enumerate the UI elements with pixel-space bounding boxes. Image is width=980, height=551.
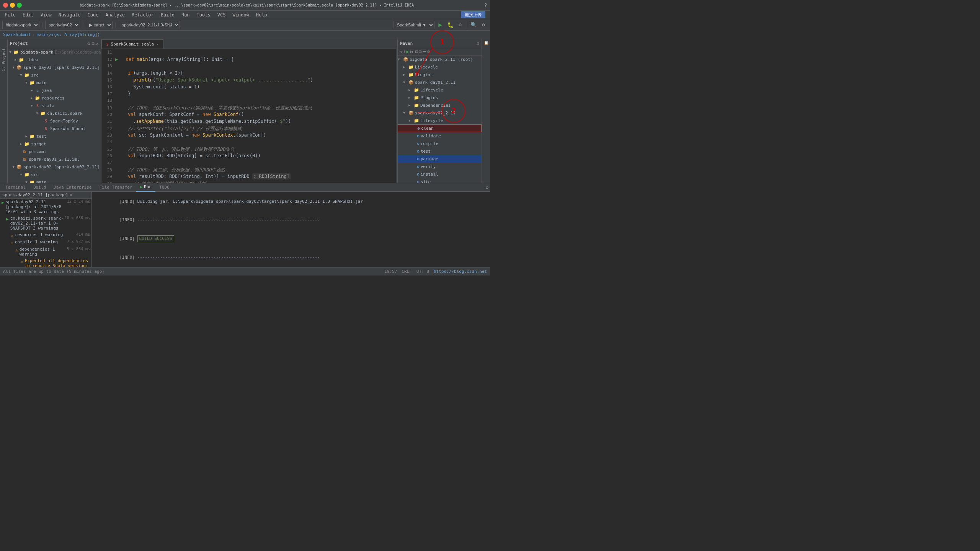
- maven-plugins-root[interactable]: ▶ 📁 Plugins: [398, 71, 482, 78]
- maven-day01-plugins[interactable]: ▶ 📁 Plugins: [398, 94, 482, 101]
- breadcrumb-method[interactable]: main(args: Array[String]): [36, 32, 100, 37]
- menu-window[interactable]: Window: [229, 11, 252, 18]
- project-icon[interactable]: 1: Project: [2, 48, 6, 71]
- minimize-button[interactable]: [10, 3, 15, 8]
- run-item-scala-warning[interactable]: ⚠ Expected all dependencies to require S…: [0, 258, 91, 267]
- debug-button[interactable]: 🐛: [446, 21, 454, 29]
- maven-day02-lifecycle[interactable]: ▼ 📁 Lifecycle: [398, 117, 482, 124]
- coverage-button[interactable]: ⚙: [456, 21, 464, 29]
- branch-dropdown[interactable]: spark-day02: [45, 21, 80, 29]
- tree-spark-day02[interactable]: ▼ 📦 spark-day02 [spark-day02_2.11]: [8, 163, 101, 171]
- menu-file[interactable]: File: [2, 11, 19, 18]
- maven-menu-icon[interactable]: ☰: [422, 49, 426, 54]
- status-line-ending[interactable]: CRLF: [402, 269, 412, 274]
- tab-close-icon[interactable]: ✕: [156, 42, 158, 46]
- menu-help[interactable]: Help: [253, 11, 270, 18]
- tree-day01-test[interactable]: ▶ 📁 test: [8, 132, 101, 140]
- maven-collapse-icon[interactable]: ⊟: [415, 49, 418, 54]
- run-item-jar[interactable]: ▶ cn.kaizi.spark:spark-day02_2.11-jar:1.…: [0, 215, 91, 231]
- menu-view[interactable]: View: [38, 11, 55, 18]
- tree-day01-scala[interactable]: ▼ S scala: [8, 102, 101, 109]
- tree-sparktopkey[interactable]: S SparkTopKey: [8, 117, 101, 125]
- tree-day02-src[interactable]: ▼ 📁 src: [8, 171, 101, 178]
- maven-goal-install[interactable]: ⚙ install: [398, 170, 482, 178]
- tab-file-transfer[interactable]: File Transfer: [95, 183, 136, 192]
- tree-day01-java[interactable]: ▶ ☕ java: [8, 86, 101, 94]
- run-item-resources[interactable]: ⚠ resources 1 warning 414 ms: [0, 231, 91, 239]
- run-item-root[interactable]: ▶ spark-day02_2.11 [package]: at 2021/5/…: [0, 199, 91, 215]
- run-item-compile[interactable]: ⚠ compile 1 warning 7 x 937 ms: [0, 239, 91, 246]
- maven-settings2-icon[interactable]: ⚙: [427, 49, 430, 54]
- breadcrumb-file[interactable]: SparkSubmit: [3, 32, 31, 37]
- tree-day01-package[interactable]: ▼ 📁 cn.kaizi.spark: [8, 109, 101, 117]
- maven-day01-deps[interactable]: ▶ 📁 Dependencies: [398, 101, 482, 109]
- maven-skip-icon[interactable]: ⏭: [410, 49, 415, 54]
- tree-root[interactable]: ▼ 📁 bigdata-spark E:\Spark\bigdata-spark: [8, 48, 101, 56]
- tree-day01-pom[interactable]: 🗎 pom.xml: [8, 148, 101, 155]
- maven-download-icon[interactable]: ⬇: [403, 49, 405, 54]
- menu-navigate[interactable]: Navigate: [56, 11, 84, 18]
- tree-day01-target[interactable]: ▶ 📁 target: [8, 140, 101, 148]
- tree-spark-day01[interactable]: ▼ 📦 spark-day01 [spark-day01_2.11]: [8, 64, 101, 71]
- menu-edit[interactable]: Edit: [20, 11, 37, 18]
- maven-run-icon[interactable]: ▶: [406, 49, 409, 54]
- status-charset[interactable]: UTF-8: [416, 269, 429, 274]
- maven-goal-compile[interactable]: ⚙ compile: [398, 140, 482, 147]
- tree-sparkwordcount[interactable]: S SparkWordCount: [8, 125, 101, 132]
- sidebar-close-icon[interactable]: ✕: [96, 41, 99, 46]
- bottom-settings-icon[interactable]: ⚙: [486, 185, 488, 190]
- maven-day01-lifecycle[interactable]: ▶ 📁 Lifecycle: [398, 86, 482, 94]
- maven-goal-clean[interactable]: ⚙ clean: [398, 124, 482, 132]
- sidebar-expand-icon[interactable]: ⊞: [92, 41, 95, 46]
- maven-day02[interactable]: ▼ 📦 spark-day02_2.11: [398, 109, 482, 117]
- run-button[interactable]: ▶: [436, 21, 444, 29]
- help-icon[interactable]: ?: [484, 3, 487, 8]
- tree-day01-iml[interactable]: 🗎 spark-day01_2.11.iml: [8, 155, 101, 163]
- maven-lifecycle-root[interactable]: ▶ 📁 Lifecycle: [398, 63, 482, 71]
- tree-day01-main[interactable]: ▼ 📁 main: [8, 79, 101, 86]
- translate-button[interactable]: 翻接上传: [461, 11, 485, 18]
- jar-dropdown[interactable]: spark-day02_2.11-1.0-SNAPSHOT.jar: [119, 21, 180, 29]
- maven-expand-icon[interactable]: ⊞: [419, 49, 421, 54]
- tab-java-enterprise[interactable]: Java Enterprise: [50, 183, 95, 192]
- target-dropdown[interactable]: ▶ target: [86, 21, 113, 29]
- menu-analyze[interactable]: Analyze: [102, 11, 128, 18]
- menu-build[interactable]: Build: [158, 11, 178, 18]
- run-close-icon[interactable]: ✕: [70, 192, 72, 197]
- run-item-deps[interactable]: ⚠ dependencies 1 warning 5 x 864 ms: [0, 246, 91, 258]
- maven-refresh-icon[interactable]: ↻: [399, 49, 402, 54]
- menu-code[interactable]: Code: [85, 11, 102, 18]
- tab-build[interactable]: Build: [29, 183, 50, 192]
- maven-goal-site[interactable]: ⚙ site: [398, 178, 482, 183]
- maven-goal-test[interactable]: ⚙ test: [398, 147, 482, 155]
- menu-vcs[interactable]: VCS: [214, 11, 229, 18]
- maven-goal-validate[interactable]: ⚙ validate: [398, 132, 482, 140]
- menu-tools[interactable]: Tools: [194, 11, 214, 18]
- tab-sparksubmit[interactable]: S SparkSubmit.scala ✕: [101, 39, 163, 49]
- close-button[interactable]: [3, 3, 8, 8]
- menu-run[interactable]: Run: [178, 11, 193, 18]
- status-link[interactable]: https://blog.csdn.net: [434, 269, 487, 274]
- code-editor[interactable]: 11 12 ▶ def main(args: Array[String]): U…: [101, 49, 397, 183]
- maven-root[interactable]: ▼ 📦 bigdata-spark_2.11 (root): [398, 55, 482, 63]
- sidebar-settings-icon[interactable]: ⚙: [87, 41, 90, 46]
- tab-run[interactable]: ▶ Run: [136, 183, 156, 192]
- maven-goal-package[interactable]: ⚙ package: [398, 155, 482, 163]
- maven-day01[interactable]: ▼ 📦 spark-day01_2.11: [398, 78, 482, 86]
- tree-day01-src[interactable]: ▼ 📁 src: [8, 71, 101, 79]
- tree-day01-resources[interactable]: ▶ 📁 resources: [8, 94, 101, 102]
- tab-terminal[interactable]: Terminal: [2, 183, 29, 192]
- tree-idea[interactable]: ▶ 📁 .idea: [8, 56, 101, 64]
- event-log-icon[interactable]: 📋: [484, 41, 488, 45]
- run-config-dropdown[interactable]: SparkSubmit ▼: [394, 21, 434, 29]
- maven-goal-verify[interactable]: ⚙ verify: [398, 163, 482, 170]
- project-dropdown[interactable]: bigdata-spark: [2, 21, 39, 29]
- maven-settings-icon[interactable]: ⚙: [477, 41, 479, 46]
- search-button[interactable]: 🔍: [469, 21, 478, 29]
- maximize-button[interactable]: [17, 3, 22, 8]
- settings-button[interactable]: ⚙: [479, 21, 488, 29]
- tab-todo[interactable]: TODO: [155, 183, 173, 192]
- menu-refactor[interactable]: Refactor: [129, 11, 157, 18]
- tree-day02-main[interactable]: ▼ 📁 main: [8, 178, 101, 183]
- run-gutter-icon[interactable]: ▶: [115, 57, 119, 62]
